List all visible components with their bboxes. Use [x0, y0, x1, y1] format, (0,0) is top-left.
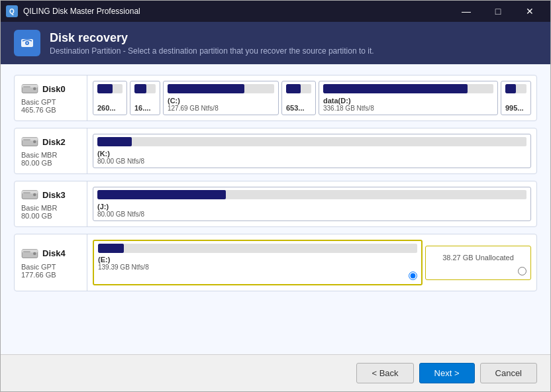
header-section: Disk recovery Destination Partition - Se…: [1, 22, 550, 64]
app-logo: Q: [6, 5, 18, 17]
disk4-partition-2-unallocated[interactable]: 38.27 GB Unallocated: [425, 246, 531, 280]
svg-rect-10: [23, 139, 30, 140]
title-bar: Q QILING Disk Master Professional — □ ✕: [1, 1, 550, 22]
footer: < Back Next > Cancel: [1, 354, 550, 391]
disk0-partition-5[interactable]: data(D:) 336.18 GB Ntfs/8: [319, 81, 498, 115]
disk0-header: Disk0: [21, 82, 80, 95]
disk4-type: Basic GPT: [21, 263, 80, 271]
disk-row-disk2: Disk2 Basic MBR 80.00 GB (K:) 80.00 GB N…: [14, 128, 537, 174]
disk2-info: Disk2 Basic MBR 80.00 GB: [15, 128, 87, 173]
disk0-partitions: 260... 16.... (C:) 127.69 GB Ntfs/8 653.…: [87, 75, 536, 121]
disk4-partition-1[interactable]: (E:) 139.39 GB Ntfs/8: [93, 240, 423, 285]
disk0-type: Basic GPT: [21, 98, 80, 106]
disk0-info: Disk0 Basic GPT 465.76 GB: [15, 75, 87, 121]
disk0-partition-2[interactable]: 16....: [130, 81, 160, 115]
disk2-size: 80.00 GB: [21, 159, 80, 167]
svg-point-2: [26, 42, 28, 44]
disk3-icon: [21, 188, 38, 201]
d0p3-detail: 127.69 GB Ntfs/8: [168, 105, 274, 112]
d2p1-label: (K:): [97, 150, 526, 158]
disk4-name: Disk4: [42, 248, 66, 258]
disk3-size: 80.00 GB: [21, 212, 80, 220]
svg-point-9: [33, 140, 36, 144]
d0p2-label: 16....: [134, 104, 156, 112]
header-title: Disk recovery: [50, 31, 374, 45]
d4p2-label: 38.27 GB Unallocated: [442, 254, 514, 262]
main-window: Q QILING Disk Master Professional — □ ✕ …: [0, 0, 551, 392]
disk3-partitions: (J:) 80.00 GB Ntfs/8: [87, 181, 536, 226]
disk3-header: Disk3: [21, 188, 80, 201]
disk0-partition-6[interactable]: 995...: [501, 81, 531, 115]
d0p6-label: 995...: [505, 104, 526, 112]
svg-rect-14: [23, 192, 30, 193]
disk3-partition-1[interactable]: (J:) 80.00 GB Ntfs/8: [93, 187, 531, 221]
disk2-name: Disk2: [42, 137, 66, 147]
disk-row-disk0: Disk0 Basic GPT 465.76 GB 260... 16....: [14, 75, 537, 121]
main-content: Disk0 Basic GPT 465.76 GB 260... 16....: [1, 64, 550, 354]
d4p1-radio[interactable]: [409, 271, 417, 280]
disk2-header: Disk2: [21, 135, 80, 148]
disk4-size: 177.66 GB: [21, 271, 80, 279]
d3p1-label: (J:): [97, 203, 526, 211]
disk0-name: Disk0: [42, 84, 66, 94]
header-subtitle: Destination Partition - Select a destina…: [50, 46, 374, 56]
disk3-name: Disk3: [42, 190, 66, 200]
disk-row-disk4: Disk4 Basic GPT 177.66 GB (E:) 139.39 GB…: [14, 234, 537, 291]
disk2-partition-1[interactable]: (K:) 80.00 GB Ntfs/8: [93, 134, 531, 168]
disk2-type: Basic MBR: [21, 151, 80, 159]
next-button[interactable]: Next >: [419, 363, 475, 383]
d4p2-radio[interactable]: [518, 267, 526, 275]
header-icon: [14, 30, 40, 56]
disk0-size: 465.76 GB: [21, 106, 80, 114]
svg-rect-18: [23, 251, 30, 252]
d0p5-label: data(D:): [323, 97, 493, 105]
svg-point-13: [33, 193, 36, 197]
disk-row-disk3: Disk3 Basic MBR 80.00 GB (J:) 80.00 GB N…: [14, 181, 537, 227]
disk4-header: Disk4: [21, 247, 80, 260]
disk-recovery-icon: [20, 36, 34, 50]
disk4-partitions: (E:) 139.39 GB Ntfs/8 38.27 GB Unallocat…: [87, 234, 536, 291]
svg-point-5: [33, 87, 36, 91]
d0p5-detail: 336.18 GB Ntfs/8: [323, 105, 493, 112]
disk3-info: Disk3 Basic MBR 80.00 GB: [15, 181, 87, 226]
d0p3-label: (C:): [168, 97, 274, 105]
window-controls: — □ ✕: [451, 1, 545, 22]
disk4-icon: [21, 247, 38, 260]
back-button[interactable]: < Back: [356, 363, 413, 383]
d3p1-detail: 80.00 GB Ntfs/8: [97, 211, 526, 218]
close-button[interactable]: ✕: [515, 1, 545, 22]
svg-point-17: [33, 252, 36, 255]
d4p1-detail: 139.39 GB Ntfs/8: [98, 264, 417, 271]
app-title: QILING Disk Master Professional: [23, 7, 451, 16]
cancel-button[interactable]: Cancel: [480, 363, 537, 383]
disk0-icon: [21, 82, 38, 95]
disk2-icon: [21, 135, 38, 148]
d4p1-label: (E:): [98, 256, 417, 264]
disk0-partition-1[interactable]: 260...: [93, 81, 127, 115]
disk0-partition-3[interactable]: (C:) 127.69 GB Ntfs/8: [163, 81, 279, 115]
d2p1-detail: 80.00 GB Ntfs/8: [97, 158, 526, 165]
d0p1-label: 260...: [97, 104, 123, 112]
disk4-info: Disk4 Basic GPT 177.66 GB: [15, 234, 87, 291]
header-text: Disk recovery Destination Partition - Se…: [50, 31, 374, 56]
disk3-type: Basic MBR: [21, 204, 80, 212]
disk2-partitions: (K:) 80.00 GB Ntfs/8: [87, 128, 536, 173]
disk0-partition-4[interactable]: 653...: [281, 81, 316, 115]
d0p4-label: 653...: [286, 104, 311, 112]
maximize-button[interactable]: □: [483, 1, 513, 22]
svg-rect-6: [23, 86, 30, 87]
minimize-button[interactable]: —: [451, 1, 481, 22]
